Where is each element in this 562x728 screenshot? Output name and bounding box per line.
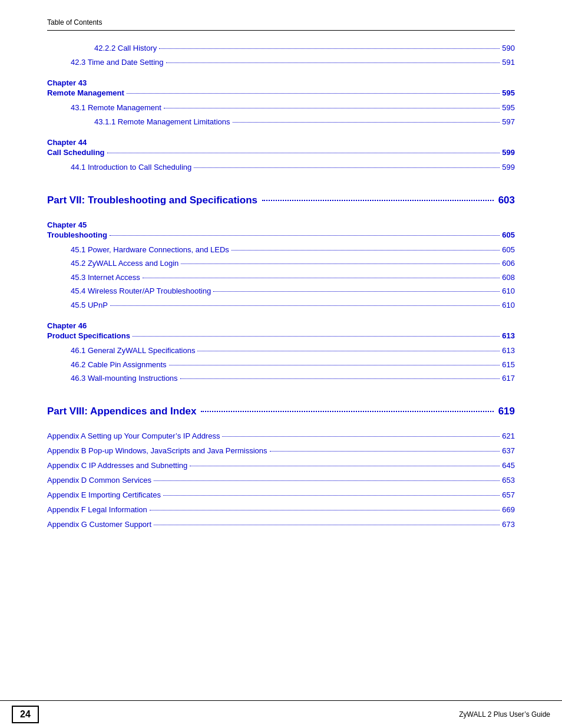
appendix-c-page: 645 xyxy=(502,461,515,470)
toc-entry-appendix-g[interactable]: Appendix G Customer Support 673 xyxy=(47,520,515,529)
page-42-3: 591 xyxy=(502,57,515,68)
toc-entry-44-1[interactable]: 44.1 Introduction to Call Scheduling 599 xyxy=(47,162,515,173)
dots-ch44 xyxy=(107,153,500,153)
entry-text-45-1: 45.1 Power, Hardware Connections, and LE… xyxy=(71,244,229,256)
dots-appendix-c xyxy=(190,466,500,466)
page-46-3: 617 xyxy=(502,373,515,384)
toc-entry-appendix-e[interactable]: Appendix E Importing Certificates 657 xyxy=(47,490,515,499)
appendix-c-text: Appendix C IP Addresses and Subnetting xyxy=(47,461,187,470)
page-footer: 24 ZyWALL 2 Plus User’s Guide xyxy=(0,700,562,728)
toc-entry-appendix-b[interactable]: Appendix B Pop-up Windows, JavaScripts a… xyxy=(47,446,515,455)
appendix-f-page: 669 xyxy=(502,505,515,514)
dots-44-1 xyxy=(194,167,500,168)
toc-entry-ch45-title[interactable]: Troubleshooting 605 xyxy=(47,230,515,239)
dots-45-1 xyxy=(232,250,500,251)
entry-text-45-3: 45.3 Internet Access xyxy=(71,272,140,284)
dots-46-2 xyxy=(169,365,500,365)
toc-entry-ch43-title[interactable]: Remote Management 595 xyxy=(47,88,515,97)
page-45-5: 610 xyxy=(502,299,515,311)
dots-46-3 xyxy=(180,378,500,379)
part8-page: 619 xyxy=(498,406,515,417)
ch46-title-text: Product Specifications xyxy=(47,331,130,340)
dots-ch43 xyxy=(127,93,500,94)
ch46-title-page: 613 xyxy=(502,331,515,340)
dots-43-1 xyxy=(164,108,500,108)
toc-entry-part7[interactable]: Part VII: Troubleshooting and Specificat… xyxy=(47,195,515,206)
ch45-title-text: Troubleshooting xyxy=(47,230,107,239)
dots-45-2 xyxy=(181,263,500,264)
toc-entry-45-2[interactable]: 45.2 ZyWALL Access and Login 606 xyxy=(47,258,515,269)
toc-entry-43-1-1[interactable]: 43.1.1 Remote Management Limitations 597 xyxy=(47,116,515,128)
appendix-b-text: Appendix B Pop-up Windows, JavaScripts a… xyxy=(47,446,267,455)
page-44-1: 599 xyxy=(502,162,515,173)
dots-appendix-f xyxy=(150,510,500,510)
entry-text-46-2: 46.2 Cable Pin Assignments xyxy=(71,359,167,371)
page-43-1-1: 597 xyxy=(502,116,515,128)
dots-42-2-2 xyxy=(159,48,500,49)
toc-entry-45-4[interactable]: 45.4 Wireless Router/AP Troubleshooting … xyxy=(47,285,515,297)
entry-text-42-3: 42.3 Time and Date Setting xyxy=(71,57,164,68)
toc-entry-46-2[interactable]: 46.2 Cable Pin Assignments 615 xyxy=(47,359,515,371)
toc-entry-46-3[interactable]: 46.3 Wall-mounting Instructions 617 xyxy=(47,373,515,384)
appendix-f-text: Appendix F Legal Information xyxy=(47,505,147,514)
dots-42-3 xyxy=(166,62,500,63)
page-43-1: 595 xyxy=(502,102,515,114)
entry-text-46-3: 46.3 Wall-mounting Instructions xyxy=(71,373,178,384)
toc-entry-42-2-2[interactable]: 42.2.2 Call History 590 xyxy=(47,42,515,54)
dots-appendix-b xyxy=(270,451,500,452)
toc-entry-45-3[interactable]: 45.3 Internet Access 608 xyxy=(47,272,515,284)
dots-45-5 xyxy=(110,305,500,306)
part7-page: 603 xyxy=(498,195,515,206)
part-7-section: Part VII: Troubleshooting and Specificat… xyxy=(47,195,515,206)
page-46-2: 615 xyxy=(502,359,515,371)
appendix-e-text: Appendix E Importing Certificates xyxy=(47,490,161,499)
appendix-g-text: Appendix G Customer Support xyxy=(47,520,151,529)
toc-entry-appendix-c[interactable]: Appendix C IP Addresses and Subnetting 6… xyxy=(47,461,515,470)
page-45-2: 606 xyxy=(502,258,515,269)
toc-entry-46-1[interactable]: 46.1 General ZyWALL Specifications 613 xyxy=(47,345,515,357)
chapter-45-label: Chapter 45 xyxy=(47,220,515,229)
toc-entry-43-1[interactable]: 43.1 Remote Management 595 xyxy=(47,102,515,114)
entry-text-46-1: 46.1 General ZyWALL Specifications xyxy=(71,345,195,357)
toc-entry-appendix-f[interactable]: Appendix F Legal Information 669 xyxy=(47,505,515,514)
toc-entry-appendix-a[interactable]: Appendix A Setting up Your Computer’s IP… xyxy=(47,431,515,440)
chapter-46-label: Chapter 46 xyxy=(47,321,515,330)
page-45-1: 605 xyxy=(502,244,515,256)
entry-text-45-2: 45.2 ZyWALL Access and Login xyxy=(71,258,178,269)
toc-entry-part8[interactable]: Part VIII: Appendices and Index 619 xyxy=(47,406,515,417)
entry-text-42-2-2: 42.2.2 Call History xyxy=(94,42,157,54)
dots-appendix-d xyxy=(154,480,500,481)
dots-appendix-e xyxy=(163,495,500,496)
part8-text: Part VIII: Appendices and Index xyxy=(47,406,196,417)
entry-text-45-5: 45.5 UPnP xyxy=(71,299,108,311)
appendix-a-text: Appendix A Setting up Your Computer’s IP… xyxy=(47,431,220,440)
dots-appendix-a xyxy=(222,436,500,437)
dots-45-4 xyxy=(213,291,500,292)
dots-ch46 xyxy=(133,336,500,337)
appendix-e-page: 657 xyxy=(502,490,515,499)
toc-entry-ch46-title[interactable]: Product Specifications 613 xyxy=(47,331,515,340)
page-46-1: 613 xyxy=(502,345,515,357)
appendix-d-page: 653 xyxy=(502,476,515,485)
footer-title: ZyWALL 2 Plus User’s Guide xyxy=(39,710,550,719)
toc-entry-45-5[interactable]: 45.5 UPnP 610 xyxy=(47,299,515,311)
ch44-title-page: 599 xyxy=(502,148,515,157)
ch44-title-text: Call Scheduling xyxy=(47,148,105,157)
toc-entry-appendix-d[interactable]: Appendix D Common Services 653 xyxy=(47,476,515,485)
chapter-43-label: Chapter 43 xyxy=(47,78,515,87)
toc-entry-42-3[interactable]: 42.3 Time and Date Setting 591 xyxy=(47,57,515,68)
appendix-g-page: 673 xyxy=(502,520,515,529)
page-45-3: 608 xyxy=(502,272,515,284)
dots-ch45 xyxy=(110,235,500,236)
entry-text-43-1: 43.1 Remote Management xyxy=(71,102,161,114)
page-content: Table of Contents 42.2.2 Call History 59… xyxy=(0,0,562,582)
toc-entry-ch44-title[interactable]: Call Scheduling 599 xyxy=(47,148,515,157)
dots-part8 xyxy=(201,411,493,412)
entry-text-44-1: 44.1 Introduction to Call Scheduling xyxy=(71,162,191,173)
appendix-b-page: 637 xyxy=(502,446,515,455)
ch43-title-page: 595 xyxy=(502,88,515,97)
appendix-a-page: 621 xyxy=(502,431,515,440)
dots-43-1-1 xyxy=(233,122,500,123)
toc-entry-45-1[interactable]: 45.1 Power, Hardware Connections, and LE… xyxy=(47,244,515,256)
page-number: 24 xyxy=(12,706,39,723)
